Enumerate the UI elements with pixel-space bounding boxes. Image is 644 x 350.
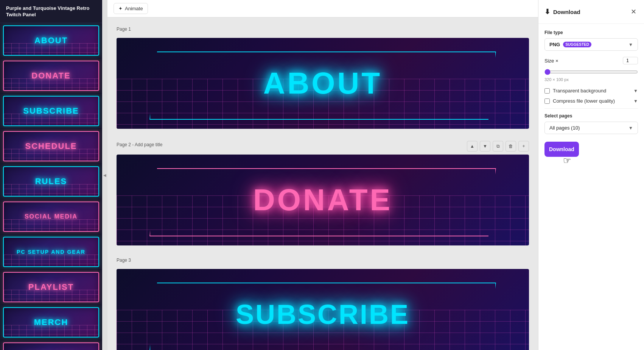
canvas-panel-1[interactable]: ABOUT <box>117 38 529 129</box>
canvas-area: Page 1 ABOUT Page 2 - Add page title ▲ ▼… <box>107 17 538 350</box>
collapse-icon: ◀ <box>103 173 106 177</box>
cursor-icon: ☞ <box>563 155 571 166</box>
animate-button[interactable]: ✦ Animate <box>114 3 148 14</box>
download-icon: ⬇ <box>544 8 550 16</box>
compress-row: Compress file (lower quality) ▼ <box>544 98 638 104</box>
size-section: Size × 320 × 100 px <box>544 57 638 82</box>
page-more-button[interactable]: + <box>518 141 529 152</box>
divider <box>544 108 638 109</box>
canvas-panel-2[interactable]: DONATE <box>117 155 529 245</box>
sidebar-item-rules[interactable]: RULES <box>0 164 102 199</box>
suggested-badge: SUGGESTED <box>563 42 591 47</box>
page-3-label: Page 3 <box>117 258 131 263</box>
page-duplicate-button[interactable]: ⧉ <box>493 141 503 152</box>
compress-chevron-icon: ▼ <box>633 98 638 104</box>
file-type-label: File type <box>544 30 638 35</box>
compress-checkbox[interactable] <box>544 98 550 104</box>
transparent-chevron-icon: ▼ <box>633 88 638 94</box>
sidebar-title: Purple and Turquoise Vintage Retro Twitc… <box>0 0 102 23</box>
page-delete-button[interactable]: 🗑 <box>506 141 516 152</box>
sidebar-item-schedule[interactable]: SCHEDULE <box>0 129 102 164</box>
sidebar-item-social-media[interactable]: SOCIAL MEDIA <box>0 199 102 234</box>
canvas-text-1: ABOUT <box>263 66 382 101</box>
canvas-panel-3[interactable]: SUBSCRIBE <box>117 269 529 350</box>
animate-label: Animate <box>125 6 143 11</box>
pages-select-value: All pages (10) <box>549 125 625 131</box>
compress-label[interactable]: Compress file (lower quality) <box>553 98 615 104</box>
size-dims: 320 × 100 px <box>544 77 638 82</box>
download-title: Download <box>553 9 580 15</box>
page-section-1: Page 1 ABOUT <box>117 27 529 129</box>
canvas-text-2: DONATE <box>253 183 392 217</box>
sidebar: Purple and Turquoise Vintage Retro Twitc… <box>0 0 102 350</box>
transparent-bg-row: Transparent background ▼ <box>544 88 638 94</box>
sidebar-item-about[interactable]: ABOUT <box>0 23 102 58</box>
canvas-text-3: SUBSCRIBE <box>236 299 410 330</box>
page-down-button[interactable]: ▼ <box>480 141 490 152</box>
chevron-down-icon: ▼ <box>628 42 633 47</box>
sidebar-item-donate[interactable]: DONATE <box>0 58 102 94</box>
transparent-bg-checkbox[interactable] <box>544 88 550 94</box>
download-button[interactable]: Download <box>544 142 579 157</box>
download-panel: ⬇ Download ✕ File type PNG SUGGESTED ▼ S… <box>538 0 644 350</box>
page-section-2: Page 2 - Add page title ▲ ▼ ⧉ 🗑 + DONATE <box>117 141 529 245</box>
page-1-label: Page 1 <box>117 27 131 32</box>
size-input[interactable] <box>623 57 638 64</box>
select-pages-label: Select pages <box>544 113 638 119</box>
sidebar-item-pc-setup[interactable]: PC SETUP AND GEAR <box>0 234 102 270</box>
download-button-container: Download ☞ <box>544 142 579 157</box>
sidebar-item-sponsors[interactable]: SPONSORS <box>0 340 102 350</box>
page-up-button[interactable]: ▲ <box>467 141 478 152</box>
size-label: Size × <box>544 58 558 64</box>
pages-chevron-icon: ▼ <box>628 125 633 131</box>
page-section-3: Page 3 SUBSCRIBE <box>117 258 529 350</box>
sidebar-item-playlist[interactable]: PLAYLIST <box>0 270 102 305</box>
sidebar-item-subscribe[interactable]: SUBSCRIBE <box>0 94 102 129</box>
close-button[interactable]: ✕ <box>629 6 638 17</box>
download-header: ⬇ Download ✕ <box>538 0 644 24</box>
page-2-controls: ▲ ▼ ⧉ 🗑 + <box>467 141 529 152</box>
toolbar: ✦ Animate <box>107 0 538 17</box>
animate-icon: ✦ <box>118 6 123 11</box>
sidebar-item-merch[interactable]: MERCH <box>0 305 102 340</box>
transparent-bg-label[interactable]: Transparent background <box>553 88 606 94</box>
main-area: ✦ Animate Page 1 ABOUT Page 2 - Add page… <box>107 0 538 350</box>
file-type-dropdown[interactable]: PNG SUGGESTED ▼ <box>544 38 638 51</box>
pages-select-dropdown[interactable]: All pages (10) ▼ <box>544 122 638 134</box>
file-type-value: PNG <box>549 42 560 47</box>
sidebar-collapse-handle[interactable]: ◀ <box>102 0 107 350</box>
size-slider[interactable] <box>544 69 638 75</box>
page-2-label: Page 2 - Add page title <box>117 142 162 147</box>
